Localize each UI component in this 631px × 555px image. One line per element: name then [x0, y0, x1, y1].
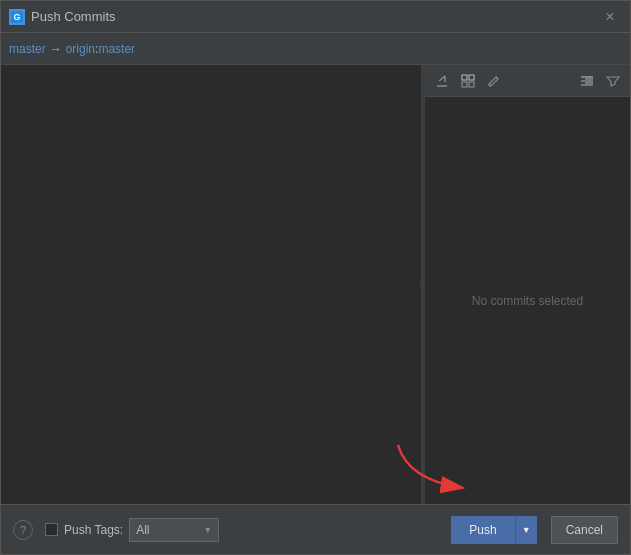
list-icon[interactable]: [576, 70, 598, 92]
no-commits-label: No commits selected: [472, 294, 583, 308]
cancel-button[interactable]: Cancel: [551, 516, 618, 544]
title-bar: G Push Commits ×: [1, 1, 630, 33]
push-dropdown-button[interactable]: ▼: [516, 516, 537, 544]
tags-dropdown-value: All: [136, 523, 149, 537]
push-tags-checkbox[interactable]: [45, 523, 58, 536]
svg-rect-2: [462, 75, 467, 80]
commit-list-panel: ⋮: [1, 65, 425, 504]
main-content: ⋮: [1, 65, 630, 504]
svg-rect-4: [462, 82, 467, 87]
breadcrumb-row: master → origin : master: [1, 33, 630, 65]
edit-icon[interactable]: [483, 70, 505, 92]
push-commits-dialog: G Push Commits × master → origin : maste…: [0, 0, 631, 555]
svg-rect-5: [469, 82, 474, 87]
tags-dropdown[interactable]: All ▼: [129, 518, 219, 542]
push-tags-group: Push Tags: All ▼: [45, 518, 219, 542]
bottom-bar: ? Push Tags: All ▼ Push ▼ Cancel: [1, 504, 630, 554]
svg-rect-3: [469, 75, 474, 80]
svg-text:G: G: [13, 12, 20, 22]
commit-details-content: No commits selected: [425, 97, 630, 504]
close-button[interactable]: ×: [598, 5, 622, 29]
remote-branch[interactable]: master: [98, 42, 135, 56]
remote-name[interactable]: origin: [66, 42, 95, 56]
details-toolbar: [425, 65, 630, 97]
layout-icon[interactable]: [457, 70, 479, 92]
panel-resize-handle[interactable]: ⋮: [417, 265, 425, 305]
push-button-group: Push ▼: [451, 516, 536, 544]
filter-icon[interactable]: [602, 70, 624, 92]
dropdown-arrow-icon: ▼: [203, 525, 212, 535]
add-icon[interactable]: [431, 70, 453, 92]
dialog-title: Push Commits: [31, 9, 598, 24]
push-button[interactable]: Push: [451, 516, 515, 544]
push-tags-label-text: Push Tags:: [64, 523, 123, 537]
breadcrumb-arrow: →: [50, 42, 62, 56]
app-icon: G: [9, 9, 25, 25]
current-branch[interactable]: master: [9, 42, 46, 56]
commit-details-panel: No commits selected: [425, 65, 630, 504]
help-button[interactable]: ?: [13, 520, 33, 540]
